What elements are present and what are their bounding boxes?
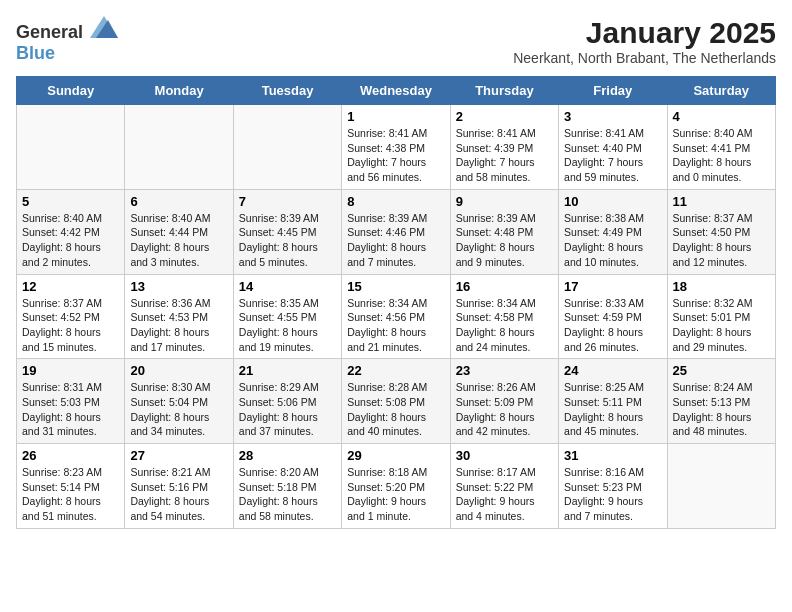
calendar-cell: 12Sunrise: 8:37 AMSunset: 4:52 PMDayligh…	[17, 274, 125, 359]
calendar-cell: 29Sunrise: 8:18 AMSunset: 5:20 PMDayligh…	[342, 444, 450, 529]
day-number: 18	[673, 279, 770, 294]
day-info: Sunrise: 8:37 AMSunset: 4:50 PMDaylight:…	[673, 211, 770, 270]
day-info: Sunrise: 8:31 AMSunset: 5:03 PMDaylight:…	[22, 380, 119, 439]
day-number: 15	[347, 279, 444, 294]
calendar-week-1: 1Sunrise: 8:41 AMSunset: 4:38 PMDaylight…	[17, 105, 776, 190]
day-info: Sunrise: 8:18 AMSunset: 5:20 PMDaylight:…	[347, 465, 444, 524]
day-info: Sunrise: 8:26 AMSunset: 5:09 PMDaylight:…	[456, 380, 553, 439]
calendar-cell: 6Sunrise: 8:40 AMSunset: 4:44 PMDaylight…	[125, 189, 233, 274]
day-info: Sunrise: 8:29 AMSunset: 5:06 PMDaylight:…	[239, 380, 336, 439]
header-friday: Friday	[559, 77, 667, 105]
calendar-week-3: 12Sunrise: 8:37 AMSunset: 4:52 PMDayligh…	[17, 274, 776, 359]
day-number: 31	[564, 448, 661, 463]
calendar-cell: 18Sunrise: 8:32 AMSunset: 5:01 PMDayligh…	[667, 274, 775, 359]
day-info: Sunrise: 8:37 AMSunset: 4:52 PMDaylight:…	[22, 296, 119, 355]
day-number: 19	[22, 363, 119, 378]
day-info: Sunrise: 8:21 AMSunset: 5:16 PMDaylight:…	[130, 465, 227, 524]
header-monday: Monday	[125, 77, 233, 105]
calendar-cell: 25Sunrise: 8:24 AMSunset: 5:13 PMDayligh…	[667, 359, 775, 444]
day-info: Sunrise: 8:39 AMSunset: 4:45 PMDaylight:…	[239, 211, 336, 270]
day-info: Sunrise: 8:35 AMSunset: 4:55 PMDaylight:…	[239, 296, 336, 355]
day-number: 11	[673, 194, 770, 209]
calendar-cell: 8Sunrise: 8:39 AMSunset: 4:46 PMDaylight…	[342, 189, 450, 274]
day-info: Sunrise: 8:25 AMSunset: 5:11 PMDaylight:…	[564, 380, 661, 439]
calendar-cell: 23Sunrise: 8:26 AMSunset: 5:09 PMDayligh…	[450, 359, 558, 444]
day-number: 5	[22, 194, 119, 209]
calendar-cell: 7Sunrise: 8:39 AMSunset: 4:45 PMDaylight…	[233, 189, 341, 274]
day-number: 28	[239, 448, 336, 463]
day-info: Sunrise: 8:39 AMSunset: 4:46 PMDaylight:…	[347, 211, 444, 270]
header-row: Sunday Monday Tuesday Wednesday Thursday…	[17, 77, 776, 105]
calendar-cell: 13Sunrise: 8:36 AMSunset: 4:53 PMDayligh…	[125, 274, 233, 359]
day-info: Sunrise: 8:40 AMSunset: 4:44 PMDaylight:…	[130, 211, 227, 270]
calendar-cell	[667, 444, 775, 529]
calendar-cell: 21Sunrise: 8:29 AMSunset: 5:06 PMDayligh…	[233, 359, 341, 444]
calendar-cell: 1Sunrise: 8:41 AMSunset: 4:38 PMDaylight…	[342, 105, 450, 190]
calendar-cell: 11Sunrise: 8:37 AMSunset: 4:50 PMDayligh…	[667, 189, 775, 274]
header-thursday: Thursday	[450, 77, 558, 105]
day-info: Sunrise: 8:40 AMSunset: 4:41 PMDaylight:…	[673, 126, 770, 185]
calendar-cell: 30Sunrise: 8:17 AMSunset: 5:22 PMDayligh…	[450, 444, 558, 529]
day-number: 9	[456, 194, 553, 209]
day-number: 26	[22, 448, 119, 463]
calendar-cell: 14Sunrise: 8:35 AMSunset: 4:55 PMDayligh…	[233, 274, 341, 359]
day-number: 25	[673, 363, 770, 378]
day-info: Sunrise: 8:16 AMSunset: 5:23 PMDaylight:…	[564, 465, 661, 524]
day-number: 7	[239, 194, 336, 209]
calendar-cell: 24Sunrise: 8:25 AMSunset: 5:11 PMDayligh…	[559, 359, 667, 444]
day-info: Sunrise: 8:39 AMSunset: 4:48 PMDaylight:…	[456, 211, 553, 270]
day-number: 27	[130, 448, 227, 463]
calendar-cell: 10Sunrise: 8:38 AMSunset: 4:49 PMDayligh…	[559, 189, 667, 274]
calendar-cell: 19Sunrise: 8:31 AMSunset: 5:03 PMDayligh…	[17, 359, 125, 444]
calendar-week-5: 26Sunrise: 8:23 AMSunset: 5:14 PMDayligh…	[17, 444, 776, 529]
subtitle: Neerkant, North Brabant, The Netherlands	[513, 50, 776, 66]
day-info: Sunrise: 8:40 AMSunset: 4:42 PMDaylight:…	[22, 211, 119, 270]
day-info: Sunrise: 8:33 AMSunset: 4:59 PMDaylight:…	[564, 296, 661, 355]
day-info: Sunrise: 8:41 AMSunset: 4:40 PMDaylight:…	[564, 126, 661, 185]
day-number: 2	[456, 109, 553, 124]
logo: General Blue	[16, 16, 118, 64]
header-wednesday: Wednesday	[342, 77, 450, 105]
day-info: Sunrise: 8:38 AMSunset: 4:49 PMDaylight:…	[564, 211, 661, 270]
day-info: Sunrise: 8:41 AMSunset: 4:39 PMDaylight:…	[456, 126, 553, 185]
day-number: 20	[130, 363, 227, 378]
day-info: Sunrise: 8:28 AMSunset: 5:08 PMDaylight:…	[347, 380, 444, 439]
day-number: 23	[456, 363, 553, 378]
calendar-cell: 27Sunrise: 8:21 AMSunset: 5:16 PMDayligh…	[125, 444, 233, 529]
day-number: 3	[564, 109, 661, 124]
day-number: 29	[347, 448, 444, 463]
day-number: 4	[673, 109, 770, 124]
calendar-cell: 2Sunrise: 8:41 AMSunset: 4:39 PMDaylight…	[450, 105, 558, 190]
calendar-cell: 20Sunrise: 8:30 AMSunset: 5:04 PMDayligh…	[125, 359, 233, 444]
day-info: Sunrise: 8:41 AMSunset: 4:38 PMDaylight:…	[347, 126, 444, 185]
day-info: Sunrise: 8:30 AMSunset: 5:04 PMDaylight:…	[130, 380, 227, 439]
calendar-cell: 9Sunrise: 8:39 AMSunset: 4:48 PMDaylight…	[450, 189, 558, 274]
header-saturday: Saturday	[667, 77, 775, 105]
calendar-cell: 16Sunrise: 8:34 AMSunset: 4:58 PMDayligh…	[450, 274, 558, 359]
day-number: 12	[22, 279, 119, 294]
main-title: January 2025	[513, 16, 776, 50]
calendar-cell: 15Sunrise: 8:34 AMSunset: 4:56 PMDayligh…	[342, 274, 450, 359]
calendar-cell: 28Sunrise: 8:20 AMSunset: 5:18 PMDayligh…	[233, 444, 341, 529]
day-number: 1	[347, 109, 444, 124]
day-number: 10	[564, 194, 661, 209]
calendar-table: Sunday Monday Tuesday Wednesday Thursday…	[16, 76, 776, 529]
day-info: Sunrise: 8:24 AMSunset: 5:13 PMDaylight:…	[673, 380, 770, 439]
calendar-week-4: 19Sunrise: 8:31 AMSunset: 5:03 PMDayligh…	[17, 359, 776, 444]
day-number: 22	[347, 363, 444, 378]
calendar-cell: 17Sunrise: 8:33 AMSunset: 4:59 PMDayligh…	[559, 274, 667, 359]
day-info: Sunrise: 8:34 AMSunset: 4:58 PMDaylight:…	[456, 296, 553, 355]
logo-text-general: General	[16, 22, 83, 42]
calendar-cell	[17, 105, 125, 190]
day-info: Sunrise: 8:17 AMSunset: 5:22 PMDaylight:…	[456, 465, 553, 524]
calendar-cell	[125, 105, 233, 190]
calendar-cell: 26Sunrise: 8:23 AMSunset: 5:14 PMDayligh…	[17, 444, 125, 529]
calendar-cell: 22Sunrise: 8:28 AMSunset: 5:08 PMDayligh…	[342, 359, 450, 444]
title-area: January 2025 Neerkant, North Brabant, Th…	[513, 16, 776, 66]
calendar-cell: 3Sunrise: 8:41 AMSunset: 4:40 PMDaylight…	[559, 105, 667, 190]
calendar-cell: 31Sunrise: 8:16 AMSunset: 5:23 PMDayligh…	[559, 444, 667, 529]
logo-text-blue: Blue	[16, 43, 55, 63]
header: General Blue January 2025 Neerkant, Nort…	[16, 16, 776, 66]
day-info: Sunrise: 8:20 AMSunset: 5:18 PMDaylight:…	[239, 465, 336, 524]
calendar-cell	[233, 105, 341, 190]
